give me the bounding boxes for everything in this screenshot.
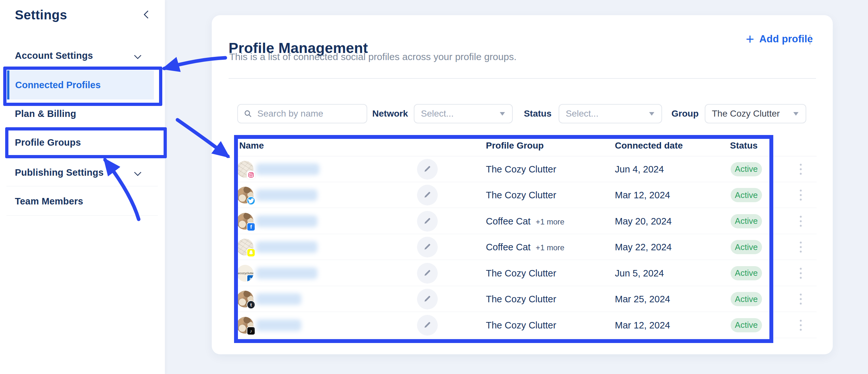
profile-name-redacted [256,215,317,227]
status-select-value: Select... [566,108,598,119]
profile-name-redacted [256,241,317,253]
table-row: The Cozy Clutter Jun 4, 2024 Active [212,156,833,182]
twitter-icon [247,196,255,205]
status-select[interactable]: Select... [559,104,662,123]
profile-group-name: The Cozy Clutter [486,320,556,330]
settings-page: Settings Account Settings Connected Prof… [0,0,868,374]
table-row: ♪ The Cozy Clutter Mar 12, 2024 Active [212,312,833,338]
profile-name-redacted [256,163,319,175]
profile-avatar [237,187,253,203]
add-profile-button[interactable]: + Add profile [746,32,813,46]
profile-group-name: The Cozy Clutter [486,190,556,201]
header-kebab-icon[interactable] [809,33,811,46]
pencil-icon [423,320,432,330]
edit-profile-button[interactable] [417,237,438,258]
table-row: Coffee Cat +1 more May 22, 2024 Active [212,234,833,260]
profile-group-name: Coffee Cat [486,216,530,227]
dropdown-arrow-icon [500,112,505,115]
settings-sidebar: Settings Account Settings Connected Prof… [0,0,165,374]
sidebar-item-connected-profiles-label[interactable]: Connected Profiles [15,70,100,99]
sidebar-item-plan-billing[interactable]: Plan & Billing [0,104,165,123]
chevron-down-icon [134,169,142,176]
sidebar-item-publishing-settings[interactable]: Publishing Settings [0,163,165,182]
status-badge: Active [731,266,762,280]
sidebar-item-account-settings[interactable]: Account Settings [0,46,165,65]
column-header-status: Status [730,135,758,156]
connected-date: Jun 4, 2024 [615,164,664,174]
status-badge: Active [731,240,762,254]
pencil-icon [423,242,432,252]
group-select-value: The Cozy Clutter [712,108,780,119]
sidebar-title: Settings [15,8,67,22]
row-actions-kebab-icon[interactable] [797,292,805,306]
status-label: Active [735,190,758,200]
pencil-icon [423,216,432,226]
edit-profile-button[interactable] [417,289,438,309]
profile-name-redacted [256,319,301,331]
profile-avatar: f [237,213,253,230]
table-row: t The Cozy Clutter Mar 25, 2024 Active [212,286,833,312]
edit-profile-button[interactable] [417,159,438,179]
pencil-icon [423,190,432,200]
more-groups-label[interactable]: +1 more [536,217,564,226]
status-badge: Active [731,188,762,202]
chevron-down-icon [134,52,142,60]
profile-name-redacted [256,189,317,201]
network-select[interactable]: Select... [414,104,513,123]
row-actions-kebab-icon[interactable] [797,214,805,228]
divider [6,158,158,158]
status-label: Active [735,294,758,304]
more-groups-label[interactable]: +1 more [536,243,564,252]
row-actions-kebab-icon[interactable] [797,240,805,254]
pencil-icon [423,294,432,304]
search-box [237,104,367,123]
column-header-profile-group: Profile Group [486,135,544,156]
sidebar-item-profile-groups[interactable]: Profile Groups [0,133,165,152]
status-label: Active [735,164,758,174]
sidebar-item-team-members[interactable]: Team Members [0,192,165,211]
group-select[interactable]: The Cozy Clutter [705,104,806,123]
table-row: The Cozy Clutter Mar 12, 2024 Active [212,182,833,208]
table-row: thecozyclutter in The Cozy Clutter Jun 5… [212,260,833,286]
divider [6,186,158,186]
pencil-icon [423,268,432,278]
column-header-connected-date: Connected date [615,135,683,156]
search-icon [244,109,252,118]
connected-date: May 20, 2024 [615,216,672,227]
status-label: Active [735,320,758,330]
row-actions-kebab-icon[interactable] [797,163,805,176]
status-badge: Active [731,292,762,306]
linkedin-icon: in [247,275,253,282]
status-badge: Active [731,162,762,176]
profile-group-name: The Cozy Clutter [486,268,556,278]
row-actions-kebab-icon[interactable] [797,188,805,202]
connected-date: Mar 25, 2024 [615,294,670,305]
network-select-value: Select... [421,108,454,119]
edit-profile-button[interactable] [417,211,438,232]
edit-profile-button[interactable] [417,315,438,336]
profile-avatar: thecozyclutter in [237,265,253,282]
row-actions-kebab-icon[interactable] [797,318,805,332]
page-subtitle: This is a list of connected social profi… [229,52,517,62]
status-label: Active [735,268,758,278]
group-filter-label: Group [672,104,699,123]
tumblr-icon: t [247,300,255,309]
edit-profile-button[interactable] [417,263,438,283]
profile-avatar [237,239,253,256]
table-row: f Coffee Cat +1 more May 20, 2024 Active [212,208,833,234]
profile-avatar: ♪ [237,317,253,334]
profile-group-name: Coffee Cat [486,242,530,252]
profile-avatar: t [237,291,253,307]
status-label: Active [735,216,758,226]
tiktok-icon: ♪ [247,327,255,335]
active-indicator-bar [7,70,9,99]
row-actions-kebab-icon[interactable] [797,267,805,280]
profile-group-name: The Cozy Clutter [486,294,556,305]
facebook-icon: f [247,223,255,231]
edit-profile-button[interactable] [417,185,438,205]
pencil-icon [423,164,432,174]
divider [6,215,158,216]
collapse-sidebar-icon[interactable] [145,12,151,19]
search-input[interactable] [257,108,355,119]
plus-icon: + [746,32,754,46]
